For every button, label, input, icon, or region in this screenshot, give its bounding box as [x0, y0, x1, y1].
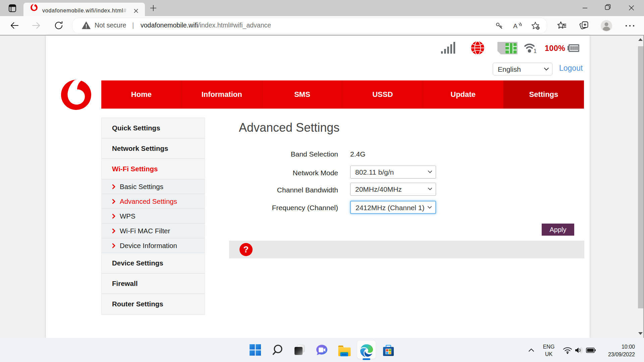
svg-text:A: A — [513, 22, 518, 29]
svg-text:1: 1 — [534, 48, 537, 54]
